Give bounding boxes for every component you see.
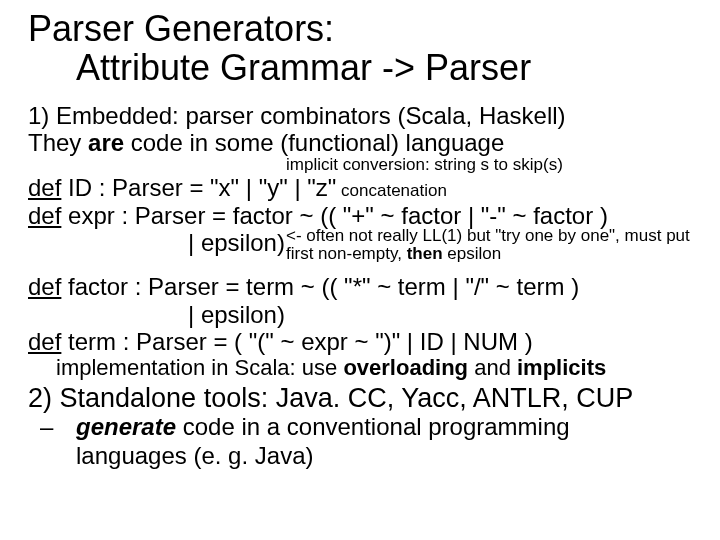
- expr-epsilon: | epsilon) <- often not really LL(1) but…: [28, 229, 692, 256]
- section-2-sub-bullet: –generate code in a conventional program…: [28, 413, 692, 470]
- annotation-not-ll1: <- often not really LL(1) but "try one b…: [286, 227, 706, 263]
- slide: Parser Generators: Attribute Grammar -> …: [0, 0, 720, 470]
- dash-icon: –: [58, 413, 76, 441]
- slide-title: Parser Generators: Attribute Grammar -> …: [28, 10, 692, 88]
- annotation-concatenation: concatenation: [336, 181, 447, 200]
- factor-epsilon: | epsilon): [28, 301, 692, 328]
- def-term: def term : Parser = ( "(" ~ expr ~ ")" |…: [28, 328, 692, 355]
- implementation-note: implementation in Scala: use overloading…: [28, 355, 692, 380]
- def-expr: def expr : Parser = factor ~ (( "+" ~ fa…: [28, 202, 692, 229]
- slide-body: 1) Embedded: parser combinators (Scala, …: [28, 102, 692, 470]
- annotation-implicit-conversion: implicit conversion: string s to skip(s): [28, 156, 692, 174]
- section-1-line-2: They are code in some (functional) langu…: [28, 129, 692, 156]
- title-line-1: Parser Generators:: [28, 8, 334, 49]
- title-line-2: Attribute Grammar -> Parser: [28, 49, 692, 88]
- section-2-line-1: 2) Standalone tools: Java. CC, Yacc, ANT…: [28, 383, 692, 414]
- section-1-line-1: 1) Embedded: parser combinators (Scala, …: [28, 102, 692, 129]
- def-factor: def factor : Parser = term ~ (( "*" ~ te…: [28, 273, 692, 300]
- def-id: def ID : Parser = "x" | "y" | "z" concat…: [28, 174, 692, 201]
